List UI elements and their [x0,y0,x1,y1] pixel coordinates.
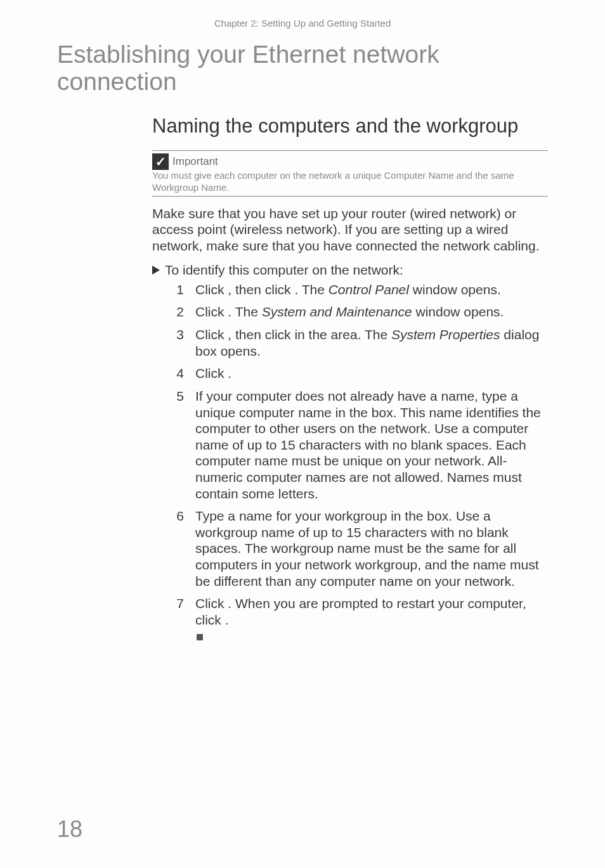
procedure-heading: To identify this computer on the network… [152,262,548,278]
intro-paragraph: Make sure that you have set up your rout… [152,205,548,254]
callout-title: Important [172,155,218,168]
step-text-italic: Control Panel [329,282,409,297]
step-number: 3 [171,327,184,359]
step-number: 7 [171,595,184,644]
step-text: Click [195,596,228,611]
step-text: . The [228,304,261,319]
step-text: , then click [228,327,294,342]
chapter-header: Chapter 2: Setting Up and Getting Starte… [0,0,605,41]
step-number: 4 [171,365,184,382]
step-text: . When you are prompted to restart your … [195,596,526,627]
step-text-italic: System and Maintenance [262,304,412,319]
step-text: , then click [228,282,294,297]
step-body: Click . The System and Maintenance windo… [195,304,548,320]
end-square-icon [197,634,203,640]
step-number: 6 [171,508,184,589]
step-text: . [228,366,231,380]
subsection-heading: Naming the computers and the workgroup [152,115,548,138]
step-text: . [225,612,229,627]
callout-head: ✓ Important [152,153,548,170]
step-item: 5 If your computer does not already have… [171,388,548,502]
step-text: Click [195,366,228,380]
steps-list: 1 Click , then click . The Control Panel… [171,282,548,644]
step-body: Click . [195,365,548,382]
step-text: window opens. [415,304,504,319]
step-text: Click [195,304,228,319]
procedure-title: To identify this computer on the network… [165,262,403,278]
step-number: 1 [171,282,184,298]
step-item: 2 Click . The System and Maintenance win… [171,304,548,320]
step-body: If your computer does not already have a… [195,388,548,502]
step-body: Type a name for your workgroup in the bo… [195,508,548,589]
step-item: 1 Click , then click . The Control Panel… [171,282,548,298]
page-number: 18 [57,816,82,843]
step-text: . The [294,282,328,297]
step-text: Click [195,282,228,297]
triangle-icon [152,266,160,275]
checkmark-icon: ✓ [152,153,169,170]
step-text: in the [294,327,330,342]
page-content: Establishing your Ethernet network conne… [0,41,605,644]
step-text: area. The [331,327,391,342]
step-body: Click , then click in the area. The Syst… [195,327,548,359]
step-item: 3 Click , then click in the area. The Sy… [171,327,548,359]
step-text-italic: System Properties [391,327,500,342]
step-body: Click . When you are prompted to restart… [195,595,548,644]
step-text: Click [195,327,228,342]
section-heading: Establishing your Ethernet network conne… [57,41,548,96]
step-number: 2 [171,304,184,320]
step-number: 5 [171,388,184,502]
step-body: Click , then click . The Control Panel w… [195,282,548,298]
important-callout: ✓ Important You must give each computer … [152,150,548,197]
step-item: 6 Type a name for your workgroup in the … [171,508,548,589]
step-item: 7 Click . When you are prompted to resta… [171,595,548,644]
callout-body: You must give each computer on the netwo… [152,170,548,194]
step-text: window opens. [413,282,501,297]
step-item: 4 Click . [171,365,548,382]
